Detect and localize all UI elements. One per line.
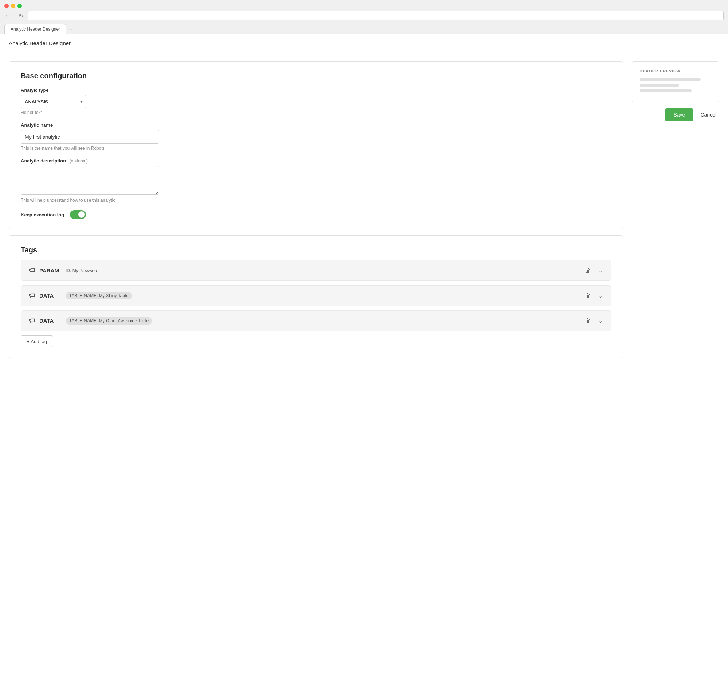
toggle-slider [70, 210, 86, 219]
delete-tag-button[interactable]: 🗑 [584, 317, 591, 325]
base-config-card: Base configuration Analyic type ANALYSIS… [9, 61, 623, 230]
tag-type: DATA [39, 318, 61, 324]
browser-body: Analytic Header Designer Base configurat… [0, 34, 728, 700]
tags-title: Tags [21, 246, 611, 254]
analytic-type-select-wrapper: ANALYSIS ▾ [21, 95, 86, 108]
browser-tab[interactable]: Analytic Header Designer [4, 24, 66, 34]
maximize-button[interactable] [17, 4, 22, 8]
tag-item: 🏷 PARAM ID: My Password 🗑 ⌄ [21, 260, 611, 281]
cancel-button[interactable]: Cancel [698, 108, 719, 121]
keep-execution-log-toggle[interactable] [70, 210, 86, 219]
header-preview-card: HEADER PREVIEW [632, 61, 719, 102]
tag-item: 🏷 DATA TABLE NAME: My Shiny Table 🗑 ⌄ [21, 285, 611, 306]
browser-toolbar: ‹ › ↻ [4, 11, 724, 20]
tab-bar: Analytic Header Designer + [4, 24, 724, 34]
address-bar[interactable] [27, 11, 724, 20]
traffic-lights [4, 4, 724, 8]
analytic-description-group: Analytic description (optional) This wil… [21, 158, 611, 203]
analytic-type-label: Analyic type [21, 87, 611, 93]
analytic-name-label: Analytic name [21, 122, 611, 128]
right-column: HEADER PREVIEW Save Cancel [632, 61, 719, 121]
keep-execution-log-label: Keep execution log [21, 212, 64, 217]
tag-type: PARAM [39, 267, 61, 273]
tag-badge-pill: TABLE NAME: My Other Awesome Table [65, 317, 152, 324]
delete-tag-button[interactable]: 🗑 [584, 267, 591, 275]
expand-tag-button[interactable]: ⌄ [597, 317, 604, 325]
left-column: Base configuration Analyic type ANALYSIS… [9, 61, 623, 364]
analytic-name-input[interactable] [21, 130, 159, 144]
tag-icon: 🏷 [28, 317, 35, 324]
action-buttons: Save Cancel [632, 108, 719, 121]
tag-actions: 🗑 ⌄ [584, 266, 604, 275]
tag-type: DATA [39, 292, 61, 299]
add-tag-button[interactable]: + Add tag [21, 336, 53, 347]
page-title: Analytic Header Designer [0, 34, 728, 52]
optional-badge: (optional) [69, 158, 88, 163]
forward-button[interactable]: › [10, 12, 15, 20]
delete-tag-button[interactable]: 🗑 [584, 292, 591, 300]
analytic-name-helper: This is the name that you will see in Ro… [21, 146, 611, 151]
nav-buttons: ‹ › ↻ [4, 12, 25, 20]
analytic-description-textarea[interactable] [21, 166, 159, 195]
analytic-type-helper: Helper text [21, 110, 611, 115]
save-button[interactable]: Save [665, 108, 693, 121]
tag-item: 🏷 DATA TABLE NAME: My Other Awesome Tabl… [21, 310, 611, 331]
tag-icon: 🏷 [28, 292, 35, 299]
analytic-type-select[interactable]: ANALYSIS [21, 95, 86, 108]
refresh-button[interactable]: ↻ [17, 12, 25, 20]
tags-card: Tags 🏷 PARAM ID: My Password 🗑 ⌄ 🏷 DATA … [9, 235, 623, 358]
add-tab-button[interactable]: + [66, 25, 75, 34]
analytic-type-group: Analyic type ANALYSIS ▾ Helper text [21, 87, 611, 115]
close-button[interactable] [4, 4, 9, 8]
tag-icon: 🏷 [28, 267, 35, 274]
back-button[interactable]: ‹ [4, 12, 9, 20]
skeleton-line [640, 89, 692, 92]
base-config-title: Base configuration [21, 72, 611, 80]
tag-badge-pill: TABLE NAME: My Shiny Table [65, 292, 132, 299]
tag-badge: ID: My Password [65, 268, 99, 273]
keep-execution-log-row: Keep execution log [21, 210, 611, 219]
analytic-description-label: Analytic description (optional) [21, 158, 611, 163]
header-preview-title: HEADER PREVIEW [640, 69, 712, 73]
analytic-name-group: Analytic name This is the name that you … [21, 122, 611, 151]
tag-actions: 🗑 ⌄ [584, 317, 604, 325]
skeleton-line [640, 84, 679, 87]
skeleton-line [640, 78, 701, 81]
expand-tag-button[interactable]: ⌄ [597, 266, 604, 275]
tag-actions: 🗑 ⌄ [584, 291, 604, 300]
browser-chrome: ‹ › ↻ Analytic Header Designer + [0, 0, 728, 34]
minimize-button[interactable] [11, 4, 15, 8]
analytic-description-helper: This will help understand how to use thi… [21, 198, 611, 203]
expand-tag-button[interactable]: ⌄ [597, 291, 604, 300]
page-content: Base configuration Analyic type ANALYSIS… [0, 52, 728, 373]
